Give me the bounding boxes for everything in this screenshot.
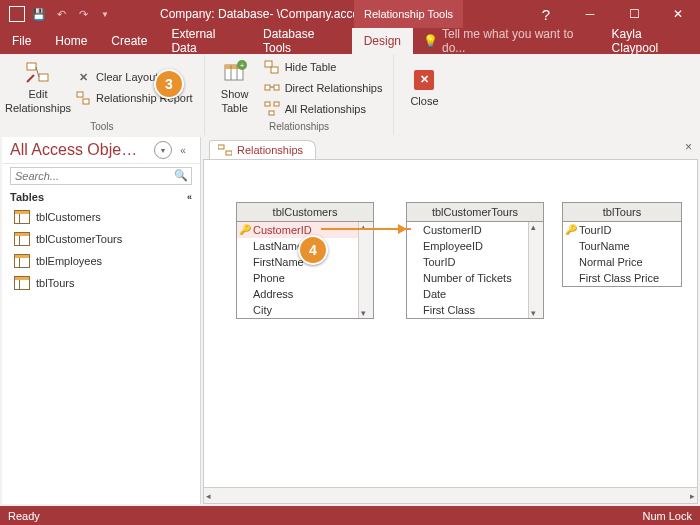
nav-item-tblemployees[interactable]: tblEmployees	[2, 250, 200, 272]
user-name[interactable]: Kayla Claypool	[598, 28, 700, 54]
app-icon[interactable]	[8, 5, 26, 23]
quick-access-toolbar: 💾 ↶ ↷ ▼	[0, 5, 114, 23]
collapse-icon: «	[187, 192, 192, 202]
horizontal-scrollbar[interactable]: ◂▸	[204, 487, 697, 503]
close-label: Close	[410, 95, 438, 108]
key-icon: 🔑	[565, 224, 577, 235]
table-field[interactable]: Date	[407, 286, 528, 302]
relationships-tab-icon	[218, 144, 232, 156]
table-title: tblTours	[563, 203, 681, 222]
svg-rect-0	[27, 63, 36, 70]
relationship-arrow	[321, 228, 411, 230]
nav-section-label: Tables	[10, 191, 44, 203]
relationship-report-icon	[75, 90, 91, 106]
hide-table-button[interactable]: Hide Table	[259, 57, 388, 77]
hide-table-label: Hide Table	[285, 61, 337, 73]
table-field[interactable]: FirstName	[237, 254, 358, 270]
tab-external-data[interactable]: External Data	[159, 28, 251, 54]
table-field[interactable]: Phone	[237, 270, 358, 286]
table-field[interactable]: CustomerID	[407, 222, 528, 238]
group-label-tools: Tools	[0, 121, 204, 135]
lightbulb-icon: 💡	[423, 34, 438, 48]
close-relationships-button[interactable]: ✕ Close	[400, 57, 448, 119]
direct-relationships-icon	[264, 80, 280, 96]
edit-relationships-icon	[25, 60, 51, 86]
maximize-button[interactable]: ☐	[612, 0, 656, 28]
table-field[interactable]: Number of Tickets	[407, 270, 528, 286]
nav-search[interactable]: 🔍	[2, 164, 200, 188]
nav-item-tblcustomers[interactable]: tblCustomers	[2, 206, 200, 228]
table-field[interactable]: Address	[237, 286, 358, 302]
svg-rect-17	[269, 111, 274, 115]
table-field[interactable]: TourName	[563, 238, 681, 254]
svg-rect-1	[39, 74, 48, 81]
svg-rect-3	[83, 99, 89, 104]
relationships-canvas[interactable]: tblCustomers 🔑CustomerID LastName FirstN…	[203, 159, 698, 504]
save-icon[interactable]: 💾	[30, 5, 48, 23]
search-icon: 🔍	[174, 169, 188, 182]
table-icon	[14, 254, 30, 268]
svg-rect-12	[265, 85, 270, 90]
show-table-label: Show Table	[221, 88, 249, 114]
hide-table-icon	[264, 59, 280, 75]
table-field[interactable]: First Class Price	[563, 270, 681, 286]
tab-home[interactable]: Home	[43, 28, 99, 54]
close-button[interactable]: ✕	[656, 0, 700, 28]
table-icon	[14, 276, 30, 290]
table-tbltours[interactable]: tblTours 🔑TourID TourName Normal Price F…	[562, 202, 682, 287]
nav-collapse-icon[interactable]: «	[174, 141, 192, 159]
redo-icon[interactable]: ↷	[74, 5, 92, 23]
table-field[interactable]: City	[237, 302, 358, 318]
window-title: Company: Database- \Company.accdb...	[160, 7, 376, 21]
qat-dropdown-icon[interactable]: ▼	[96, 5, 114, 23]
tab-design[interactable]: Design	[352, 28, 413, 54]
scrollbar[interactable]	[358, 222, 373, 318]
svg-rect-19	[226, 151, 232, 155]
nav-dropdown-icon[interactable]: ▾	[154, 141, 172, 159]
ribbon-group-relationships: + Show Table Hide Table Direct Relations…	[205, 54, 395, 135]
table-field[interactable]: First Class	[407, 302, 528, 318]
show-table-icon: +	[222, 60, 248, 86]
nav-item-tbltours[interactable]: tblTours	[2, 272, 200, 294]
show-table-button[interactable]: + Show Table	[211, 57, 259, 119]
undo-icon[interactable]: ↶	[52, 5, 70, 23]
close-icon: ✕	[411, 67, 437, 93]
edit-relationships-button[interactable]: Edit Relationships	[6, 57, 70, 119]
tab-relationships[interactable]: Relationships	[209, 140, 316, 159]
table-field[interactable]: EmployeeID	[407, 238, 528, 254]
svg-rect-10	[265, 61, 272, 67]
scrollbar[interactable]	[528, 222, 543, 318]
nav-title[interactable]: All Access Obje…	[10, 141, 152, 159]
all-relationships-button[interactable]: All Relationships	[259, 99, 388, 119]
tab-create[interactable]: Create	[99, 28, 159, 54]
document-tabs: Relationships ×	[203, 137, 698, 159]
svg-rect-16	[274, 102, 279, 106]
workspace: All Access Obje… ▾ « 🔍 Tables « tblCusto…	[0, 135, 700, 506]
contextual-tab-label: Relationship Tools	[354, 0, 463, 28]
search-input[interactable]	[10, 167, 192, 185]
tell-me-search[interactable]: 💡 Tell me what you want to do...	[413, 28, 598, 54]
tab-label: Relationships	[237, 144, 303, 156]
table-tblcustomertours[interactable]: tblCustomerTours CustomerID EmployeeID T…	[406, 202, 544, 319]
clear-layout-label: Clear Layout	[96, 71, 158, 83]
all-relationships-label: All Relationships	[285, 103, 366, 115]
minimize-button[interactable]: ─	[568, 0, 612, 28]
direct-relationships-button[interactable]: Direct Relationships	[259, 78, 388, 98]
svg-text:+: +	[239, 61, 244, 70]
field-customerid[interactable]: 🔑CustomerID	[237, 222, 358, 238]
tab-close-icon[interactable]: ×	[685, 140, 692, 154]
field-tourid[interactable]: 🔑TourID	[563, 222, 681, 238]
help-icon[interactable]: ?	[524, 0, 568, 28]
tell-me-text: Tell me what you want to do...	[442, 27, 588, 55]
nav-section-tables[interactable]: Tables «	[2, 188, 200, 206]
tab-file[interactable]: File	[0, 28, 43, 54]
table-field[interactable]: Normal Price	[563, 254, 681, 270]
ribbon-group-close: ✕ Close	[394, 54, 454, 135]
table-field[interactable]: TourID	[407, 254, 528, 270]
nav-item-tblcustomertours[interactable]: tblCustomerTours	[2, 228, 200, 250]
callout-4: 4	[298, 235, 328, 265]
table-icon	[14, 232, 30, 246]
callout-3: 3	[154, 69, 184, 99]
svg-rect-13	[274, 85, 279, 90]
tab-database-tools[interactable]: Database Tools	[251, 28, 352, 54]
